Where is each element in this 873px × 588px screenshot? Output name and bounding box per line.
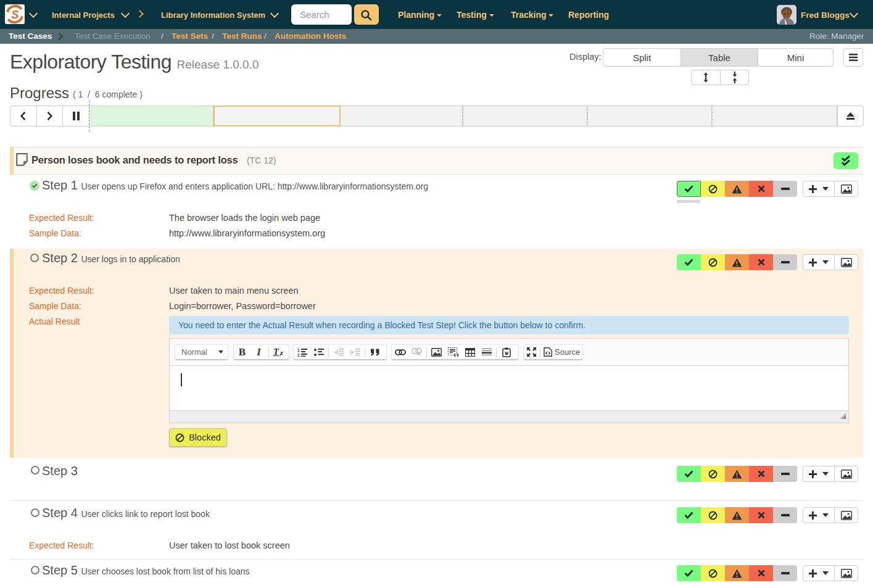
svg-text:2: 2 <box>297 352 300 357</box>
svg-text:1: 1 <box>297 348 300 352</box>
svg-text:S: S <box>11 9 19 21</box>
